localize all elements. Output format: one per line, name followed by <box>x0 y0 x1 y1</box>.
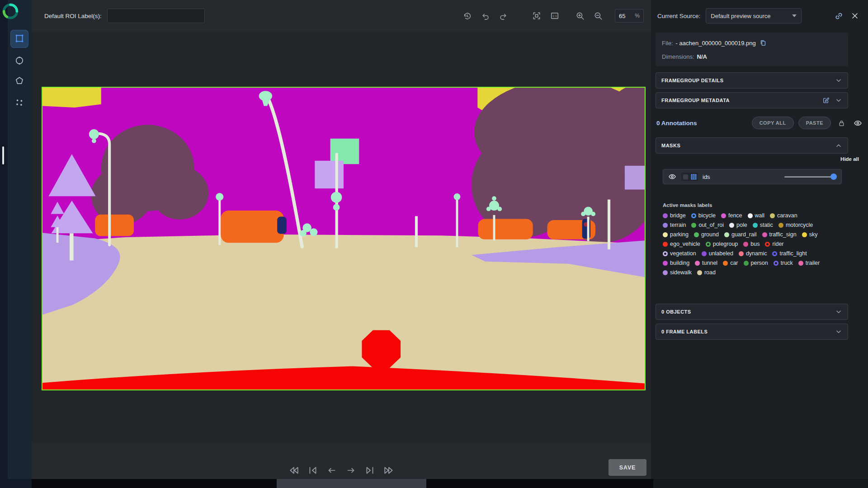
mask-label-terrain[interactable]: terrain <box>663 222 686 228</box>
mask-label-bicycle[interactable]: bicycle <box>691 212 716 219</box>
first-frame-button[interactable] <box>288 465 300 476</box>
mask-label-caravan[interactable]: caravan <box>770 212 797 219</box>
annotations-count: 0 Annotations <box>656 120 747 127</box>
mask-color-dot <box>663 251 668 256</box>
objects-section[interactable]: 0 OBJECTS <box>656 304 848 320</box>
chevron-down-icon <box>835 97 842 104</box>
next-frame-button[interactable] <box>345 465 357 476</box>
mask-label-bus[interactable]: bus <box>743 241 760 247</box>
prev-frame-button[interactable] <box>326 465 338 476</box>
masks-section-header[interactable]: MASKS <box>656 137 848 154</box>
mask-label-parking[interactable]: parking <box>663 231 689 238</box>
objects-label: 0 OBJECTS <box>661 309 691 314</box>
mask-label-ego_vehicle[interactable]: ego_vehicle <box>663 241 700 247</box>
frame-labels-section[interactable]: 0 FRAME LABELS <box>656 324 848 340</box>
edit-icon[interactable] <box>822 97 830 104</box>
fit-to-screen-button[interactable] <box>531 10 542 22</box>
copy-filename-button[interactable] <box>759 38 768 47</box>
chevron-down-icon <box>792 14 797 17</box>
ellipse-tool-icon <box>14 56 24 67</box>
framegroup-metadata-section[interactable]: FRAMEGROUP METADATA <box>656 92 848 108</box>
actual-size-button[interactable]: 1:1 <box>549 10 561 22</box>
save-button[interactable]: SAVE <box>609 459 646 476</box>
mask-label-building[interactable]: building <box>663 260 689 266</box>
mask-label-unlabeled[interactable]: unlabeled <box>702 250 733 257</box>
mask-color-dot <box>798 261 803 266</box>
mask-label-person[interactable]: person <box>744 260 768 266</box>
eye-icon <box>668 173 676 181</box>
mask-opacity-slider[interactable] <box>784 174 837 180</box>
copy-link-button[interactable] <box>833 10 844 22</box>
mask-render-mode-toggle[interactable] <box>681 173 698 181</box>
hide-all-link[interactable]: Hide all <box>840 156 859 162</box>
copy-all-button[interactable]: COPY ALL <box>752 117 794 129</box>
mask-label-out_of_roi[interactable]: out_of_roi <box>691 222 724 228</box>
mask-layer-row[interactable]: ids <box>663 169 842 184</box>
polygon-tool-button[interactable] <box>10 72 28 90</box>
last-frame-button[interactable] <box>383 465 395 476</box>
close-panel-button[interactable] <box>849 10 861 22</box>
framegroup-details-section[interactable]: FRAMEGROUP DETAILS <box>656 72 848 89</box>
taskbar-segment[interactable] <box>277 479 426 488</box>
mask-layer-visibility-button[interactable] <box>668 172 677 181</box>
mask-label-traffic_sign[interactable]: traffic_sign <box>762 231 797 238</box>
mask-label-vegetation[interactable]: vegetation <box>663 250 696 257</box>
mask-label-sidewalk[interactable]: sidewalk <box>663 269 692 276</box>
zoom-value[interactable]: 65 <box>619 13 625 19</box>
mask-label-dynamic[interactable]: dynamic <box>739 250 767 257</box>
solid-mode-icon[interactable] <box>682 174 689 180</box>
segmentation-image[interactable] <box>42 87 646 390</box>
mask-label-traffic_light[interactable]: traffic_light <box>772 250 807 257</box>
bbox-tool-icon <box>14 33 24 45</box>
undo-button[interactable] <box>479 10 491 22</box>
mask-label-fence[interactable]: fence <box>721 212 742 219</box>
svg-text:1:1: 1:1 <box>552 14 557 18</box>
mask-label-tunnel[interactable]: tunnel <box>695 260 717 266</box>
mask-label-road[interactable]: road <box>697 269 716 276</box>
mask-label-trailer[interactable]: trailer <box>798 260 820 266</box>
keypoint-tool-button[interactable] <box>10 94 28 112</box>
arrow-right-icon <box>345 465 356 476</box>
zoom-in-button[interactable] <box>574 10 586 22</box>
mask-label-wall[interactable]: wall <box>748 212 765 219</box>
next-keyframe-button[interactable] <box>364 465 376 476</box>
history-button[interactable] <box>461 10 473 22</box>
mask-label-bridge[interactable]: bridge <box>663 212 686 219</box>
source-dropdown[interactable]: Default preview source <box>706 8 802 23</box>
file-label: File: <box>662 40 673 47</box>
prev-keyframe-button[interactable] <box>307 465 319 476</box>
roi-input[interactable] <box>107 9 205 23</box>
toggle-annotations-visibility-button[interactable] <box>852 117 863 129</box>
mask-label-motorcycle[interactable]: motorcycle <box>778 222 813 228</box>
canvas-viewport[interactable] <box>32 32 651 443</box>
redo-button[interactable] <box>497 10 509 22</box>
slider-thumb[interactable] <box>830 174 837 180</box>
mask-label-static[interactable]: static <box>753 222 773 228</box>
mask-label-ground[interactable]: ground <box>694 231 719 238</box>
mask-label-polegroup[interactable]: polegroup <box>706 241 738 247</box>
mask-label-pole[interactable]: pole <box>729 222 747 228</box>
mask-label-car[interactable]: car <box>723 260 738 266</box>
chevron-up-icon <box>835 142 842 149</box>
ellipse-tool-button[interactable] <box>10 52 28 70</box>
mask-label-text: traffic_light <box>779 250 807 257</box>
zoom-out-button[interactable] <box>592 10 604 22</box>
lock-annotations-button[interactable] <box>835 117 847 129</box>
mask-label-sky[interactable]: sky <box>802 231 818 238</box>
canvas-toolbar: Default ROI Label(s): <box>32 0 651 32</box>
fast-forward-icon <box>383 465 394 476</box>
chevron-down-icon <box>835 308 842 315</box>
close-icon <box>851 12 859 20</box>
grid-mode-icon[interactable] <box>690 174 697 180</box>
app-logo[interactable] <box>1 2 19 20</box>
mask-color-dot <box>748 213 753 218</box>
mask-label-rider[interactable]: rider <box>765 241 783 247</box>
mask-label-guard_rail[interactable]: guard_rail <box>724 231 757 238</box>
mask-color-dot <box>729 223 734 228</box>
mask-label-truck[interactable]: truck <box>774 260 793 266</box>
mask-labels-list: bridgebicyclefencewallcaravanterrainout_… <box>663 212 822 276</box>
mask-label-text: vegetation <box>670 250 696 257</box>
bbox-tool-button[interactable] <box>10 30 28 48</box>
paste-button[interactable]: PASTE <box>798 117 831 129</box>
zoom-level-box[interactable]: 65 % <box>615 9 644 23</box>
